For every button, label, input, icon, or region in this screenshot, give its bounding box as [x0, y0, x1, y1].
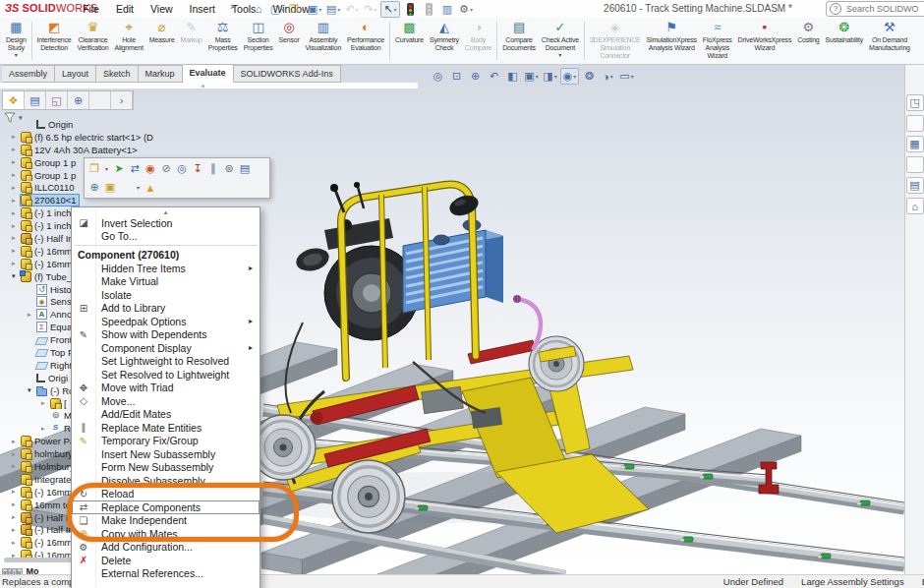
view-orientation-icon[interactable]: ▣ — [523, 69, 540, 84]
component-properties-icon[interactable]: ▤ — [238, 161, 252, 177]
expand-arrow-icon[interactable] — [12, 539, 21, 547]
expand-arrow-icon[interactable] — [12, 209, 21, 217]
3dexperience-panel-icon[interactable]: ◳ — [906, 94, 924, 111]
context-menu-item[interactable]: Make Virtual — [72, 275, 260, 289]
commandmanager-tab[interactable]: Assembly — [2, 65, 55, 83]
expand-arrow-icon[interactable] — [12, 500, 21, 508]
expand-arrow-icon[interactable] — [12, 462, 21, 470]
clearance-verification-icon[interactable]: ♛ Clearance Verification — [75, 18, 112, 64]
menu-item[interactable]: Edit — [114, 3, 136, 15]
options-gear-icon[interactable]: ⚙ — [457, 2, 475, 17]
suppress-icon[interactable]: ⊘ — [159, 161, 173, 177]
apply-scene-icon[interactable]: ◑ — [600, 69, 616, 84]
menu-item[interactable]: View — [148, 3, 175, 15]
mass-properties-icon[interactable]: ⚖ Mass Properties — [205, 18, 241, 64]
menu-item[interactable]: File — [81, 3, 101, 15]
expand-arrow-icon[interactable] — [12, 450, 21, 458]
zoom-fit-icon[interactable]: ◎ — [430, 69, 446, 84]
context-menu-item[interactable]: ◇ Move... — [72, 394, 260, 408]
print-icon[interactable]: ▤ — [324, 2, 342, 17]
expand-arrow-icon[interactable] — [12, 438, 21, 445]
commandmanager-tab[interactable]: Sketch — [96, 65, 139, 83]
context-menu-item[interactable]: Isolate — [72, 288, 260, 302]
open-drawing-caret[interactable]: ▾ — [103, 161, 110, 177]
expand-arrow-icon[interactable] — [12, 184, 21, 192]
hole-alignment-icon[interactable]: ⌖ Hole Alignment — [111, 18, 145, 64]
displaymanager-tab[interactable] — [89, 91, 111, 109]
context-menu-item[interactable]: Speedpak Options — [72, 315, 260, 328]
zoom-to-selection-icon[interactable]: ⊕ — [87, 180, 101, 196]
new-document-icon[interactable]: ▢ — [268, 2, 286, 17]
configure-component-icon[interactable]: ▣ — [103, 180, 117, 196]
expand-arrow-icon[interactable] — [12, 158, 21, 166]
home-icon[interactable]: ⌂ — [250, 2, 267, 17]
edit-appearance-icon[interactable]: ❂ — [581, 69, 598, 84]
tree-item[interactable]: 12V 4Ah 30A Battery<1> — [0, 144, 187, 156]
expand-arrow-icon[interactable] — [12, 222, 21, 230]
context-menu-item[interactable]: ✎ Temporary Fix/Group — [72, 435, 260, 448]
save-icon[interactable]: ▣ — [306, 2, 323, 17]
featuremanager-tree-tab[interactable]: ❖ — [3, 91, 25, 109]
edit-assembly-icon[interactable]: ➤ — [112, 161, 126, 177]
context-menu-item[interactable]: Form New Subassembly — [72, 461, 260, 475]
floxpress-analysis-wizard-icon[interactable]: ≈ FloXpress Analysis Wizard — [700, 18, 735, 64]
configurationmanager-tab[interactable]: ◱ — [46, 91, 68, 109]
commandmanager-tab[interactable]: Markup — [139, 65, 183, 83]
context-menu-item[interactable]: ⊞ Add to Library — [72, 302, 260, 316]
context-menu-item[interactable]: ▴ — [72, 207, 260, 216]
temporary-fix-icon[interactable]: ↧ — [191, 161, 204, 177]
design-study-icon[interactable]: ▦ Design Study — [3, 18, 29, 64]
panel-tabs-overflow-chevron[interactable]: › — [111, 91, 133, 109]
commandmanager-tab[interactable]: Layout — [55, 65, 96, 83]
rebuild-traffic-light-disabled-icon[interactable] — [420, 2, 437, 17]
costing-icon[interactable]: ⚙ Costing — [794, 18, 822, 64]
sensor-icon[interactable]: ◎ Sensor — [276, 18, 303, 64]
tree-item[interactable]: Origin — [0, 118, 187, 131]
section-view-icon[interactable]: ◧ — [504, 69, 521, 84]
ribbon-button[interactable] — [496, 22, 497, 60]
ribbon-button[interactable] — [584, 22, 585, 60]
context-menu-item[interactable]: Component (270610) — [72, 248, 260, 262]
pin-menu-icon[interactable]: ➢ — [229, 1, 237, 12]
interference-detection-icon[interactable]: ◩ Interference Detection — [34, 18, 75, 64]
rebuild-traffic-light-icon[interactable] — [401, 2, 419, 17]
appearance-caret[interactable]: ▾ — [135, 180, 142, 196]
ribbon-button[interactable] — [389, 22, 390, 60]
display-style-icon[interactable]: ◨ — [542, 69, 558, 84]
view-palette-icon[interactable]: ▦ — [906, 136, 924, 152]
menu-item[interactable]: Insert — [188, 3, 217, 15]
dimxpertmanager-tab[interactable]: ⊕ — [68, 91, 89, 109]
file-explorer-icon[interactable] — [906, 115, 924, 132]
context-menu-item[interactable]: Hidden Tree Items — [72, 262, 260, 275]
expand-arrow-icon[interactable] — [28, 311, 36, 319]
expand-arrow-icon[interactable] — [12, 513, 21, 521]
search-input[interactable] — [844, 3, 924, 15]
assembly-visualization-icon[interactable]: ▥ Assembly Visualization — [303, 18, 345, 64]
context-menu-item[interactable]: Component Display — [72, 341, 260, 355]
commandmanager-tab[interactable]: SOLIDWORKS Add-Ins — [234, 65, 341, 83]
sustainability-icon[interactable]: ❂ Sustainability — [823, 18, 866, 64]
context-menu-item[interactable]: ∥ Replace Mate Entities — [72, 421, 260, 435]
context-menu-item[interactable]: ✗ Delete — [72, 554, 260, 567]
expand-arrow-icon[interactable] — [12, 526, 21, 534]
simulationxpress-analysis-wizard-icon[interactable]: ⚑ SimulationXpress Analysis Wizard — [644, 18, 700, 64]
replace-components-icon[interactable]: ⇄ — [128, 161, 142, 177]
appearance-wheel-icon[interactable] — [119, 180, 133, 196]
expand-arrow-icon[interactable] — [12, 260, 21, 267]
body-compare-icon[interactable]: ◑ Body Compare — [462, 18, 494, 64]
on-demand-manufacturing-icon[interactable]: ⚒ On Demand Manufacturing — [866, 18, 913, 64]
expand-arrow-icon[interactable] — [12, 171, 21, 179]
driveworksxpress-wizard-icon[interactable]: ▪ DriveWorksXpress Wizard — [735, 18, 795, 64]
view-settings-icon[interactable]: ▭ — [618, 69, 635, 84]
open-icon[interactable]: ❐ — [287, 2, 305, 17]
performance-evaluation-icon[interactable]: ◐ Performance Evaluation — [344, 18, 387, 64]
measure-icon[interactable]: ⌀ Measure — [146, 18, 178, 64]
zoom-area-icon[interactable]: ⊡ — [448, 69, 465, 84]
select-arrow-icon[interactable]: ↖ — [380, 1, 400, 18]
context-menu-item[interactable]: External References... — [72, 567, 260, 581]
ribbon-button[interactable] — [31, 22, 32, 60]
markup-icon[interactable]: ✎ Markup — [178, 18, 205, 64]
check-active-document-icon[interactable]: ✓ Check Active Document — [539, 18, 582, 64]
home-icon[interactable]: ⌂ — [906, 198, 924, 214]
context-menu-item[interactable]: Set Resolved to Lightweight — [72, 368, 260, 382]
